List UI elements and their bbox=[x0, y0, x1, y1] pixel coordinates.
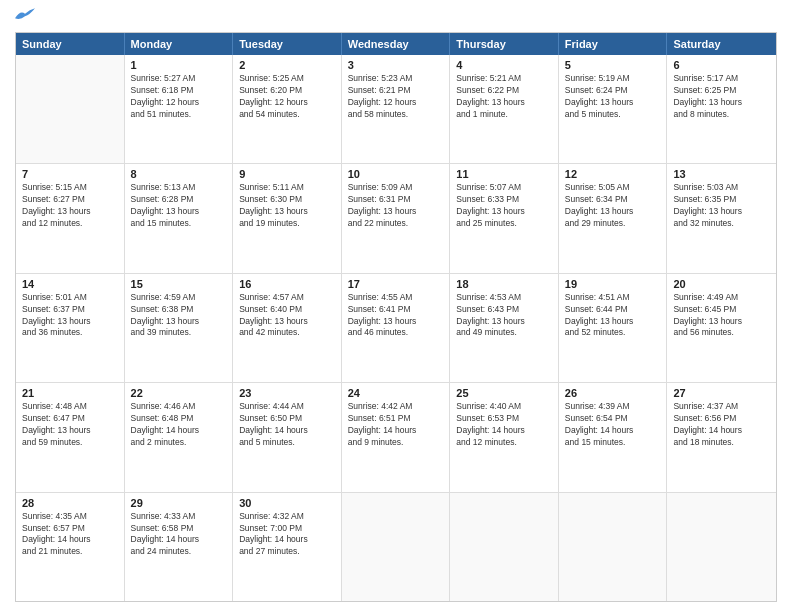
logo-bird-icon bbox=[15, 8, 35, 22]
calendar-day-2: 2Sunrise: 5:25 AM Sunset: 6:20 PM Daylig… bbox=[233, 55, 342, 163]
calendar-day-23: 23Sunrise: 4:44 AM Sunset: 6:50 PM Dayli… bbox=[233, 383, 342, 491]
calendar-day-6: 6Sunrise: 5:17 AM Sunset: 6:25 PM Daylig… bbox=[667, 55, 776, 163]
day-number: 6 bbox=[673, 59, 770, 71]
weekday-header-friday: Friday bbox=[559, 33, 668, 55]
day-number: 30 bbox=[239, 497, 335, 509]
calendar-day-19: 19Sunrise: 4:51 AM Sunset: 6:44 PM Dayli… bbox=[559, 274, 668, 382]
weekday-header-monday: Monday bbox=[125, 33, 234, 55]
weekday-header-sunday: Sunday bbox=[16, 33, 125, 55]
day-number: 24 bbox=[348, 387, 444, 399]
day-info: Sunrise: 5:25 AM Sunset: 6:20 PM Dayligh… bbox=[239, 73, 335, 121]
day-number: 29 bbox=[131, 497, 227, 509]
day-info: Sunrise: 4:40 AM Sunset: 6:53 PM Dayligh… bbox=[456, 401, 552, 449]
weekday-header-wednesday: Wednesday bbox=[342, 33, 451, 55]
calendar-day-20: 20Sunrise: 4:49 AM Sunset: 6:45 PM Dayli… bbox=[667, 274, 776, 382]
day-info: Sunrise: 4:57 AM Sunset: 6:40 PM Dayligh… bbox=[239, 292, 335, 340]
weekday-header-thursday: Thursday bbox=[450, 33, 559, 55]
day-info: Sunrise: 4:35 AM Sunset: 6:57 PM Dayligh… bbox=[22, 511, 118, 559]
calendar-day-empty bbox=[667, 493, 776, 601]
day-number: 17 bbox=[348, 278, 444, 290]
day-info: Sunrise: 4:42 AM Sunset: 6:51 PM Dayligh… bbox=[348, 401, 444, 449]
calendar-week-5: 28Sunrise: 4:35 AM Sunset: 6:57 PM Dayli… bbox=[16, 493, 776, 601]
calendar-day-7: 7Sunrise: 5:15 AM Sunset: 6:27 PM Daylig… bbox=[16, 164, 125, 272]
calendar-day-empty bbox=[16, 55, 125, 163]
calendar: SundayMondayTuesdayWednesdayThursdayFrid… bbox=[15, 32, 777, 602]
day-number: 14 bbox=[22, 278, 118, 290]
day-info: Sunrise: 4:44 AM Sunset: 6:50 PM Dayligh… bbox=[239, 401, 335, 449]
day-number: 8 bbox=[131, 168, 227, 180]
calendar-body: 1Sunrise: 5:27 AM Sunset: 6:18 PM Daylig… bbox=[16, 55, 776, 601]
day-info: Sunrise: 5:11 AM Sunset: 6:30 PM Dayligh… bbox=[239, 182, 335, 230]
calendar-day-25: 25Sunrise: 4:40 AM Sunset: 6:53 PM Dayli… bbox=[450, 383, 559, 491]
day-info: Sunrise: 5:27 AM Sunset: 6:18 PM Dayligh… bbox=[131, 73, 227, 121]
day-number: 7 bbox=[22, 168, 118, 180]
calendar-day-26: 26Sunrise: 4:39 AM Sunset: 6:54 PM Dayli… bbox=[559, 383, 668, 491]
calendar-week-1: 1Sunrise: 5:27 AM Sunset: 6:18 PM Daylig… bbox=[16, 55, 776, 164]
weekday-header-saturday: Saturday bbox=[667, 33, 776, 55]
calendar-day-17: 17Sunrise: 4:55 AM Sunset: 6:41 PM Dayli… bbox=[342, 274, 451, 382]
day-info: Sunrise: 4:46 AM Sunset: 6:48 PM Dayligh… bbox=[131, 401, 227, 449]
day-number: 4 bbox=[456, 59, 552, 71]
header bbox=[15, 10, 777, 24]
calendar-day-27: 27Sunrise: 4:37 AM Sunset: 6:56 PM Dayli… bbox=[667, 383, 776, 491]
day-info: Sunrise: 5:03 AM Sunset: 6:35 PM Dayligh… bbox=[673, 182, 770, 230]
day-info: Sunrise: 4:55 AM Sunset: 6:41 PM Dayligh… bbox=[348, 292, 444, 340]
day-info: Sunrise: 4:37 AM Sunset: 6:56 PM Dayligh… bbox=[673, 401, 770, 449]
day-number: 18 bbox=[456, 278, 552, 290]
day-number: 1 bbox=[131, 59, 227, 71]
day-number: 22 bbox=[131, 387, 227, 399]
day-number: 2 bbox=[239, 59, 335, 71]
day-info: Sunrise: 4:53 AM Sunset: 6:43 PM Dayligh… bbox=[456, 292, 552, 340]
day-number: 16 bbox=[239, 278, 335, 290]
day-number: 28 bbox=[22, 497, 118, 509]
calendar-day-30: 30Sunrise: 4:32 AM Sunset: 7:00 PM Dayli… bbox=[233, 493, 342, 601]
day-info: Sunrise: 5:15 AM Sunset: 6:27 PM Dayligh… bbox=[22, 182, 118, 230]
calendar-day-10: 10Sunrise: 5:09 AM Sunset: 6:31 PM Dayli… bbox=[342, 164, 451, 272]
day-info: Sunrise: 4:39 AM Sunset: 6:54 PM Dayligh… bbox=[565, 401, 661, 449]
day-info: Sunrise: 5:05 AM Sunset: 6:34 PM Dayligh… bbox=[565, 182, 661, 230]
day-number: 13 bbox=[673, 168, 770, 180]
calendar-day-12: 12Sunrise: 5:05 AM Sunset: 6:34 PM Dayli… bbox=[559, 164, 668, 272]
calendar-header: SundayMondayTuesdayWednesdayThursdayFrid… bbox=[16, 33, 776, 55]
calendar-day-28: 28Sunrise: 4:35 AM Sunset: 6:57 PM Dayli… bbox=[16, 493, 125, 601]
day-number: 25 bbox=[456, 387, 552, 399]
calendar-day-21: 21Sunrise: 4:48 AM Sunset: 6:47 PM Dayli… bbox=[16, 383, 125, 491]
calendar-day-15: 15Sunrise: 4:59 AM Sunset: 6:38 PM Dayli… bbox=[125, 274, 234, 382]
calendar-day-empty bbox=[559, 493, 668, 601]
calendar-day-empty bbox=[342, 493, 451, 601]
day-number: 9 bbox=[239, 168, 335, 180]
day-number: 5 bbox=[565, 59, 661, 71]
calendar-day-22: 22Sunrise: 4:46 AM Sunset: 6:48 PM Dayli… bbox=[125, 383, 234, 491]
day-info: Sunrise: 5:07 AM Sunset: 6:33 PM Dayligh… bbox=[456, 182, 552, 230]
day-number: 20 bbox=[673, 278, 770, 290]
calendar-day-8: 8Sunrise: 5:13 AM Sunset: 6:28 PM Daylig… bbox=[125, 164, 234, 272]
day-info: Sunrise: 5:09 AM Sunset: 6:31 PM Dayligh… bbox=[348, 182, 444, 230]
weekday-header-tuesday: Tuesday bbox=[233, 33, 342, 55]
day-info: Sunrise: 4:33 AM Sunset: 6:58 PM Dayligh… bbox=[131, 511, 227, 559]
calendar-day-9: 9Sunrise: 5:11 AM Sunset: 6:30 PM Daylig… bbox=[233, 164, 342, 272]
day-number: 27 bbox=[673, 387, 770, 399]
day-info: Sunrise: 4:59 AM Sunset: 6:38 PM Dayligh… bbox=[131, 292, 227, 340]
calendar-day-16: 16Sunrise: 4:57 AM Sunset: 6:40 PM Dayli… bbox=[233, 274, 342, 382]
day-number: 21 bbox=[22, 387, 118, 399]
day-number: 3 bbox=[348, 59, 444, 71]
calendar-week-4: 21Sunrise: 4:48 AM Sunset: 6:47 PM Dayli… bbox=[16, 383, 776, 492]
day-number: 10 bbox=[348, 168, 444, 180]
page: SundayMondayTuesdayWednesdayThursdayFrid… bbox=[0, 0, 792, 612]
calendar-day-empty bbox=[450, 493, 559, 601]
calendar-week-3: 14Sunrise: 5:01 AM Sunset: 6:37 PM Dayli… bbox=[16, 274, 776, 383]
day-number: 19 bbox=[565, 278, 661, 290]
day-info: Sunrise: 5:13 AM Sunset: 6:28 PM Dayligh… bbox=[131, 182, 227, 230]
day-info: Sunrise: 4:51 AM Sunset: 6:44 PM Dayligh… bbox=[565, 292, 661, 340]
calendar-day-29: 29Sunrise: 4:33 AM Sunset: 6:58 PM Dayli… bbox=[125, 493, 234, 601]
day-info: Sunrise: 4:48 AM Sunset: 6:47 PM Dayligh… bbox=[22, 401, 118, 449]
calendar-day-5: 5Sunrise: 5:19 AM Sunset: 6:24 PM Daylig… bbox=[559, 55, 668, 163]
calendar-day-3: 3Sunrise: 5:23 AM Sunset: 6:21 PM Daylig… bbox=[342, 55, 451, 163]
day-info: Sunrise: 5:19 AM Sunset: 6:24 PM Dayligh… bbox=[565, 73, 661, 121]
calendar-day-18: 18Sunrise: 4:53 AM Sunset: 6:43 PM Dayli… bbox=[450, 274, 559, 382]
calendar-week-2: 7Sunrise: 5:15 AM Sunset: 6:27 PM Daylig… bbox=[16, 164, 776, 273]
day-number: 26 bbox=[565, 387, 661, 399]
calendar-day-24: 24Sunrise: 4:42 AM Sunset: 6:51 PM Dayli… bbox=[342, 383, 451, 491]
day-info: Sunrise: 5:23 AM Sunset: 6:21 PM Dayligh… bbox=[348, 73, 444, 121]
day-number: 15 bbox=[131, 278, 227, 290]
